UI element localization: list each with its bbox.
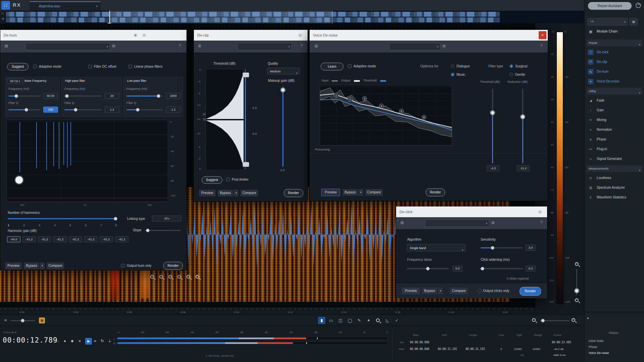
- channel-right-icon[interactable]: ◨: [1, 17, 4, 20]
- module-item-voicedenoise[interactable]: ≈ Voice De-noise: [588, 78, 642, 85]
- declip-bypass-dropdown-icon[interactable]: ▾: [234, 190, 238, 196]
- dehum-base-q-slider[interactable]: [8, 109, 41, 110]
- declick-algorithm-dropdown[interactable]: Single band▾: [407, 244, 466, 251]
- section-measurements[interactable]: Measurements▾: [587, 165, 642, 172]
- denoise-titlebar[interactable]: Voice De-noise: [310, 30, 548, 41]
- magic-wand-tool[interactable]: ✦: [365, 317, 372, 324]
- frequency-selection-tool[interactable]: ▭: [327, 317, 335, 324]
- dehum-lpf-q-handle[interactable]: [136, 108, 140, 112]
- lasso-selection-tool[interactable]: ◯: [346, 317, 354, 324]
- history-item-initial[interactable]: Initial State: [589, 339, 604, 343]
- declip-threshold-handle-bottom[interactable]: [243, 162, 249, 167]
- declip-titlebar[interactable]: De-clip ▤: [194, 30, 308, 41]
- dehum-hpf-q-handle[interactable]: [74, 108, 77, 112]
- denoise-compare-button[interactable]: Compare: [365, 189, 383, 196]
- hzoom-handle[interactable]: [541, 319, 545, 322]
- module-item-loudness[interactable]: ◷ Loudness: [588, 175, 642, 182]
- zoom-tool[interactable]: [374, 317, 382, 324]
- declick-preset-save-icon[interactable]: ▤: [491, 221, 494, 224]
- declick-preset-dropdown[interactable]: ▾: [425, 220, 489, 227]
- history-item-phase[interactable]: Phase: [589, 345, 597, 349]
- denoise-node-1[interactable]: 1: [334, 93, 338, 98]
- declip-render-button[interactable]: Render: [284, 189, 303, 197]
- denoise-bypass-dropdown-icon[interactable]: ▾: [359, 189, 363, 196]
- declick-settings-gear-icon[interactable]: ⚙: [400, 220, 404, 225]
- declick-outputonly-checkbox[interactable]: [478, 289, 481, 293]
- module-chain-item[interactable]: ▣ Module Chain: [588, 28, 642, 36]
- dehum-gain-5[interactable]: -41.2: [69, 236, 82, 242]
- declick-bypass-button[interactable]: Bypass: [422, 288, 437, 294]
- colormap-bar[interactable]: [556, 32, 563, 304]
- dehum-suggest-button[interactable]: Suggest: [7, 63, 29, 70]
- loop-button[interactable]: ↻: [101, 339, 104, 343]
- declip-sliders-icon[interactable]: ≣: [198, 44, 201, 48]
- section-repair[interactable]: Repair▾: [587, 40, 642, 46]
- declip-preview-button[interactable]: Preview: [199, 190, 216, 196]
- declick-sensitivity-value[interactable]: 3.0: [526, 245, 536, 251]
- denoise-threshold-value[interactable]: -4.3: [487, 165, 499, 171]
- dehum-bypass-button[interactable]: Bypass: [24, 262, 39, 269]
- declip-quality-dropdown[interactable]: Medium▾: [267, 68, 300, 74]
- dehum-dc-checkbox[interactable]: [88, 65, 92, 68]
- module-item-normalize[interactable]: ≡ Normalize: [588, 126, 642, 134]
- dehum-gain-8[interactable]: -41.2: [115, 236, 128, 242]
- declick-titlebar[interactable]: De-click ▤: [396, 206, 547, 217]
- module-item-signalgenerator[interactable]: ∿ Signal Generator: [588, 156, 642, 163]
- dehum-lpf-freq-slider[interactable]: [126, 96, 163, 97]
- declick-freqskew-value[interactable]: 0.0: [452, 265, 463, 272]
- denoise-node-2[interactable]: 2: [348, 97, 353, 102]
- dehum-base-freq-handle[interactable]: [14, 94, 18, 98]
- monitor-icon[interactable]: ∩: [56, 339, 59, 344]
- panel-layout-button[interactable]: ▦: [630, 18, 638, 25]
- dehum-compare-button[interactable]: Compare: [47, 262, 64, 269]
- dehum-gain-1[interactable]: -40.0: [7, 236, 20, 242]
- channel-left-icon[interactable]: ◫: [1, 12, 4, 15]
- time-frequency-selection-tool[interactable]: ◫: [337, 317, 344, 324]
- rewind-button[interactable]: «: [78, 338, 81, 343]
- module-search-box[interactable]: All ▾: [587, 18, 628, 25]
- declip-makeup-slider[interactable]: [282, 86, 283, 167]
- dehum-preview-button[interactable]: Preview: [5, 262, 22, 269]
- denoise-dialogue-radio[interactable]: [451, 64, 454, 68]
- declip-threshold-handle-top[interactable]: [243, 72, 249, 77]
- dehum-gain-7[interactable]: -41.2: [100, 236, 113, 242]
- dehum-base-tab-label[interactable]: Base Frequency: [24, 79, 47, 82]
- dehum-titlebar[interactable]: De-hum ▣ ▤: [0, 30, 186, 41]
- denoise-node-6[interactable]: 6: [422, 115, 426, 120]
- module-item-spectrum[interactable]: ▥ Spectrum Analyzer: [588, 184, 642, 192]
- module-item-plugin[interactable]: ⊶ Plug-in: [588, 146, 642, 153]
- blend-slider-handle[interactable]: [21, 319, 24, 322]
- dehum-render-button[interactable]: Render: [163, 262, 183, 270]
- dehum-slope-handle[interactable]: [146, 229, 150, 232]
- dehum-filter-graph[interactable]: [6, 120, 168, 202]
- hzoom-out-icon[interactable]: −: [532, 318, 536, 322]
- dehum-base-freq-slider[interactable]: [8, 96, 41, 97]
- declip-help-icon[interactable]: ?: [301, 44, 303, 48]
- declick-sensitivity-handle[interactable]: [491, 246, 494, 250]
- denoise-preview-button[interactable]: Preview: [322, 189, 340, 196]
- zoom-out-horizontal-icon[interactable]: −: [159, 275, 163, 279]
- declip-suggest-button[interactable]: Suggest: [202, 176, 222, 184]
- record-button[interactable]: ●: [64, 339, 66, 343]
- denoise-node-5[interactable]: 5: [399, 109, 404, 114]
- zoom-fit-icon[interactable]: ↔: [177, 275, 181, 279]
- declip-preset-dropdown[interactable]: ▾: [237, 43, 292, 50]
- forward-button[interactable]: »: [94, 338, 96, 343]
- declick-help-icon[interactable]: ?: [540, 220, 542, 224]
- vertical-zoom-handle[interactable]: [574, 288, 579, 293]
- declip-bypass-button[interactable]: Bypass: [218, 190, 233, 196]
- declick-freqskew-handle[interactable]: [426, 267, 430, 270]
- dehum-settings-gear-icon[interactable]: ⚙: [4, 44, 8, 49]
- stop-button[interactable]: ■: [71, 339, 73, 343]
- dehum-hpf-q-value[interactable]: 1.2: [105, 107, 119, 113]
- declip-makeup-handle[interactable]: [280, 87, 285, 93]
- dehum-linearphase-checkbox[interactable]: [128, 65, 132, 68]
- denoise-learn-button[interactable]: Learn: [321, 63, 343, 70]
- declip-postlimiter-checkbox[interactable]: [226, 178, 230, 181]
- dehum-gain-3[interactable]: -41.2: [38, 236, 51, 242]
- module-item-waveformstats[interactable]: Σ Waveform Statistics: [588, 194, 642, 201]
- declick-freqskew-slider[interactable]: [407, 268, 449, 269]
- module-item-phase[interactable]: ø Phase: [588, 136, 642, 143]
- dehum-gain-6[interactable]: -41.2: [84, 236, 98, 242]
- declick-sensitivity-slider[interactable]: [481, 247, 523, 248]
